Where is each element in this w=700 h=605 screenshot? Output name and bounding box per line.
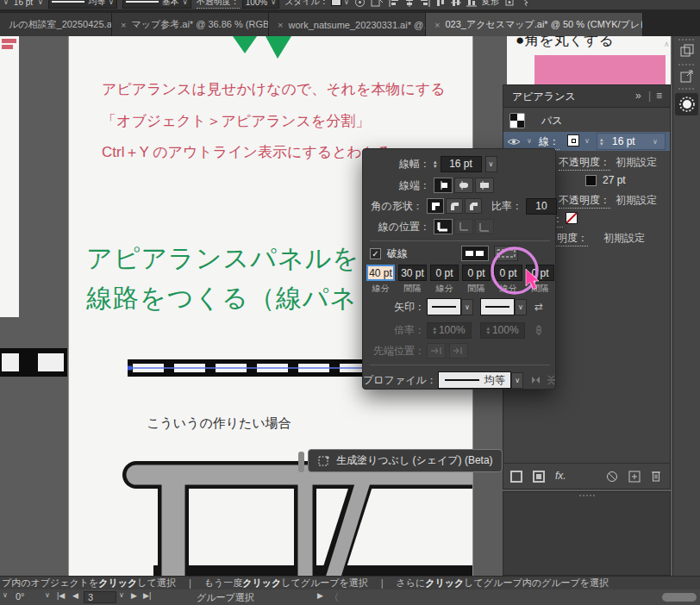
panel-drag-grip[interactable] — [579, 495, 595, 496]
scroll-up-icon[interactable]: ∧ — [664, 40, 670, 48]
cursor-tool-icon[interactable] — [520, 0, 530, 7]
tab-document-0[interactable]: ルの相談室_20250425.ai* — [0, 13, 112, 36]
stroke-weight-input[interactable]: 16 pt — [441, 156, 482, 172]
align-outside-stroke-button[interactable] — [475, 219, 494, 234]
stroke-width-combo[interactable]: ▴ ▾ 16 pt ∨ — [597, 133, 666, 150]
red-note-line-3[interactable]: Ctrl＋Y のアウトライン表示にするとわかる — [102, 142, 392, 162]
opacity-label[interactable]: 不透明度： — [559, 193, 610, 209]
projecting-cap-button[interactable] — [475, 178, 494, 193]
road-map-shape[interactable] — [86, 455, 472, 576]
tab-document-3-active[interactable]: × 023_アクセスマップ.ai* @ 50 % (CMYK/プレビュー) — [426, 13, 643, 36]
stroke-color-swatch[interactable] — [567, 134, 579, 147]
align-left-icon[interactable] — [389, 0, 399, 7]
railway-fragment[interactable] — [0, 348, 67, 377]
profile-combo[interactable]: 均等 — [438, 371, 511, 389]
visibility-eye-icon[interactable] — [507, 137, 521, 147]
chevron-down-icon[interactable]: ∨ — [344, 0, 349, 6]
artboard-number-field[interactable]: 3 — [84, 591, 116, 603]
collapse-panel-icon[interactable]: » — [635, 90, 641, 102]
export-panel-icon[interactable] — [680, 69, 694, 83]
previous-artboard-icon[interactable]: ◀ — [72, 591, 78, 600]
rotation-dropdown-icon[interactable]: ∨ — [45, 591, 50, 599]
close-icon[interactable]: × — [121, 20, 126, 30]
control-stroke-width[interactable]: 16 pt — [14, 0, 33, 7]
green-heading-line-1[interactable]: アピアランスパネルを — [86, 241, 359, 277]
dash-input-1[interactable]: 40 pt — [366, 265, 395, 281]
arrow-start-combo[interactable] — [427, 298, 461, 315]
chevron-down-icon[interactable]: ∨ — [3, 591, 8, 599]
tab-document-2[interactable]: × work_natsume_20230331.ai* @… — [269, 13, 426, 36]
dash-input-4[interactable]: 0 pt — [462, 265, 491, 281]
status-pane-arrow-icon[interactable]: ▶ — [317, 591, 323, 600]
dashed-line-checkbox[interactable]: ✓ — [370, 248, 381, 259]
align-right-icon[interactable] — [420, 0, 430, 7]
chevron-down-icon[interactable]: ∨ — [653, 138, 658, 146]
caption-text[interactable]: こういうの作りたい場合 — [147, 415, 291, 432]
green-starburst-shape[interactable] — [231, 36, 310, 60]
align-center-stroke-button[interactable] — [434, 219, 453, 234]
tooltip-handle[interactable] — [298, 452, 304, 472]
appearance-row-path[interactable]: パス — [503, 111, 670, 130]
layers-panel-icon[interactable] — [680, 44, 694, 58]
stepper-down-icon[interactable]: ▾ — [600, 141, 603, 146]
pink-rectangle[interactable] — [534, 55, 666, 84]
green-heading-line-2[interactable]: 線路をつくる（線パネ — [86, 281, 357, 316]
align-center-icon[interactable] — [404, 0, 415, 7]
width-profile-combo[interactable]: 均等 ∨ — [48, 0, 117, 9]
expand-chevron-icon[interactable]: ∨ — [527, 137, 532, 145]
arrow-end-dropdown[interactable]: ∨ — [515, 299, 527, 315]
preserve-dash-button[interactable] — [461, 246, 489, 261]
stroke-weight-stepper[interactable]: ▴▾ — [434, 159, 437, 168]
appearance-panel-dock-button[interactable] — [675, 93, 698, 115]
next-artboard-icon[interactable]: ▶ — [131, 591, 137, 600]
style-swatch[interactable] — [331, 0, 341, 6]
arrow-end-combo[interactable] — [480, 298, 515, 315]
rotation-value[interactable]: 0° — [16, 591, 25, 602]
add-effect-fx-button[interactable]: fx. — [555, 470, 566, 482]
panel-menu-icon[interactable]: ≡ — [656, 90, 662, 102]
flip-along-icon[interactable] — [530, 375, 541, 385]
red-note-line-1[interactable]: アピアランスは見せかけなので、それを本物にする — [102, 79, 446, 99]
dash-input-2[interactable]: 30 pt — [398, 265, 427, 281]
align-inside-stroke-button[interactable] — [454, 219, 473, 234]
close-icon[interactable]: × — [278, 20, 283, 30]
brush-combo[interactable]: 基本 ∨ — [122, 0, 191, 9]
miter-join-button[interactable] — [427, 198, 444, 214]
arrow-start-dropdown[interactable]: ∨ — [461, 299, 473, 315]
corner-note-text[interactable]: ●角を丸くする — [516, 36, 614, 50]
dock-grip[interactable] — [678, 39, 694, 41]
flip-across-icon[interactable] — [546, 375, 557, 385]
opacity-combo[interactable]: 100% ∨ — [242, 0, 279, 9]
link-scales-icon[interactable] — [534, 324, 544, 336]
dock-grip[interactable] — [678, 88, 694, 90]
dock-grip[interactable] — [678, 64, 694, 65]
round-join-button[interactable] — [446, 198, 463, 214]
red-note-line-2[interactable]: 「オブジェクト＞アピアランスを分割」 — [102, 111, 370, 131]
butt-cap-button[interactable] — [434, 178, 453, 193]
add-new-fill-icon[interactable] — [533, 471, 545, 483]
add-new-stroke-icon[interactable] — [510, 471, 522, 483]
opacity-label[interactable]: 不透明度： — [197, 0, 240, 9]
document-setup-icon[interactable] — [371, 0, 384, 7]
railway-line-object[interactable] — [128, 356, 372, 378]
tab-document-1[interactable]: × マップ参考.ai* @ 36.86 % (RGB/… — [112, 13, 269, 36]
align-dash-button[interactable] — [494, 246, 518, 261]
profile-dropdown[interactable]: ∨ — [511, 372, 523, 389]
chevron-down-icon[interactable]: ∨ — [38, 0, 43, 6]
duplicate-item-icon[interactable] — [628, 471, 641, 483]
dash-input-6[interactable]: 0 pt — [526, 265, 554, 281]
swap-arrowheads-icon[interactable]: ⇄ — [534, 301, 543, 313]
artboard-dropdown-icon[interactable]: ∨ — [119, 591, 124, 599]
align-bottom-icon[interactable] — [466, 0, 477, 7]
recolor-artwork-icon[interactable] — [354, 0, 366, 8]
stroke-weight-dropdown[interactable]: ∨ — [485, 156, 497, 172]
chevron-down-icon[interactable]: ∨ — [584, 137, 590, 145]
dash-input-3[interactable]: 0 pt — [430, 265, 459, 281]
close-icon[interactable]: × — [434, 20, 440, 30]
tip-extend-button[interactable] — [427, 343, 446, 359]
dash-input-5[interactable]: 0 pt — [494, 265, 522, 281]
horizontal-scrollbar-thumb[interactable] — [662, 593, 697, 602]
chevron-down-icon[interactable]: ∨ — [3, 0, 9, 6]
last-artboard-icon[interactable]: ▶| — [143, 591, 151, 600]
bevel-join-button[interactable] — [465, 198, 482, 214]
